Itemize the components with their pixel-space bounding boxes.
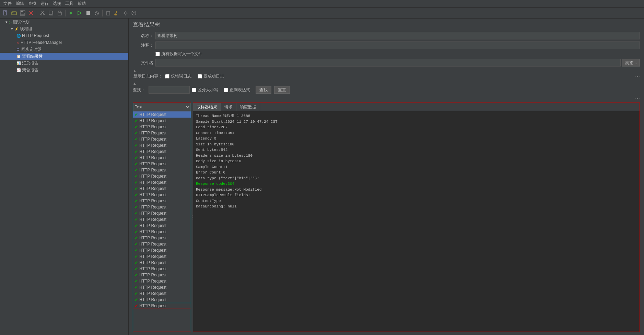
request-item[interactable]: ✔HTTP Request (133, 253, 191, 260)
sidebar-item-sync-timer[interactable]: ⏱ 同步定时器 (0, 46, 128, 53)
request-item[interactable]: ✔HTTP Request (133, 272, 191, 278)
case-sensitive-label[interactable]: 区分大小写 (192, 87, 218, 93)
request-item[interactable]: ✔HTTP Request (133, 198, 191, 204)
request-item[interactable]: ✔HTTP Request (133, 266, 191, 272)
tab-response-data[interactable]: 响应数据 (236, 103, 260, 111)
menu-run[interactable]: 运行 (38, 0, 51, 7)
paste-button[interactable] (56, 9, 64, 17)
green-check-icon: ✔ (134, 168, 138, 172)
svg-rect-3 (21, 11, 23, 12)
search-input[interactable] (149, 86, 190, 94)
timer-button[interactable] (93, 9, 101, 17)
menu-help[interactable]: 帮助 (75, 0, 88, 7)
filename-input[interactable] (155, 59, 621, 67)
request-item[interactable]: ✔HTTP Request (133, 130, 191, 136)
more-options-dots[interactable]: ⋯ (133, 96, 640, 101)
request-item[interactable]: ✔HTTP Request (133, 142, 191, 148)
menu-tools[interactable]: 工具 (63, 0, 75, 7)
request-item[interactable]: ✔HTTP Request (133, 173, 191, 179)
tab-sampler-result[interactable]: 取样器结果 (193, 103, 221, 111)
menu-options[interactable]: 选项 (51, 0, 63, 7)
run-button[interactable] (75, 9, 84, 17)
log-more-icon[interactable]: ⋯ (635, 74, 640, 79)
request-item[interactable]: ✔HTTP Request (133, 148, 191, 155)
sidebar-item-header-manager[interactable]: ✕ HTTP HeaderManager (0, 39, 128, 46)
request-item-label: HTTP Request (139, 199, 166, 203)
green-check-icon: ✔ (134, 297, 138, 302)
sidebar-item-thread-group[interactable]: ▾ ⚡ 线程组 (0, 25, 128, 32)
format-select[interactable]: Text RegExp Tester CSS/JQuery Tester XPa… (133, 103, 191, 111)
request-item[interactable]: ✔HTTP Request (133, 290, 191, 297)
request-item[interactable]: ✔HTTP Request (133, 223, 191, 229)
log-options-row: 显示日志内容： 仅错误日志 仅成功日志 ⋯ (133, 73, 640, 79)
request-item[interactable]: ✔HTTP Request (133, 192, 191, 198)
menu-file[interactable]: 文件 (1, 0, 14, 7)
sidebar-item-test-plan[interactable]: ▾ ▷ 测试计划 (0, 19, 128, 25)
thread-group-label: 线程组 (20, 26, 32, 32)
request-item[interactable]: ✔HTTP Request (133, 155, 191, 161)
request-item[interactable]: ✔HTTP Request (133, 303, 191, 309)
request-item[interactable]: ✔HTTP Request (133, 111, 191, 118)
write-all-checkbox[interactable] (155, 52, 160, 56)
request-item[interactable]: ✔HTTP Request (133, 297, 191, 303)
new-button[interactable] (1, 9, 10, 17)
panel-title: 查看结果树 (133, 21, 640, 28)
request-item[interactable]: ✔HTTP Request (133, 210, 191, 216)
request-item[interactable]: ✔HTTP Request (133, 204, 191, 210)
error-log-checkbox[interactable] (165, 74, 169, 79)
open-button[interactable] (10, 9, 18, 17)
green-check-icon: ✔ (134, 174, 138, 179)
request-item[interactable]: ✔HTTP Request (133, 118, 191, 124)
help-button[interactable]: ? (130, 9, 138, 17)
toolbar: ? (0, 8, 644, 19)
collapse-options-icon[interactable]: ▲ (133, 81, 137, 85)
regex-checkbox[interactable] (224, 88, 228, 92)
menubar: 文件 编辑 查找 运行 选项 工具 帮助 (0, 0, 644, 8)
expand-options-icon[interactable]: ▲ (133, 69, 137, 73)
clear-button[interactable] (104, 9, 112, 17)
menu-find[interactable]: 查找 (26, 0, 38, 7)
settings-button[interactable] (121, 9, 129, 17)
comment-input[interactable] (155, 41, 640, 49)
request-item[interactable]: ✔HTTP Request (133, 186, 191, 192)
save-button[interactable] (19, 9, 27, 17)
stop-button[interactable] (84, 9, 92, 17)
reset-button[interactable]: 重置 (274, 86, 290, 94)
green-check-icon: ✔ (134, 112, 138, 117)
sidebar-item-aggregate[interactable]: 📊 汇总报告 (0, 60, 128, 67)
request-item[interactable]: ✔HTTP Request (133, 278, 191, 284)
expand-button[interactable] (67, 9, 75, 17)
browse-button[interactable]: 浏览... (622, 59, 640, 67)
request-item[interactable]: ✔HTTP Request (133, 229, 191, 235)
error-log-label[interactable]: 仅错误日志 (165, 73, 191, 79)
request-item[interactable]: ✔HTTP Request (133, 247, 191, 253)
success-log-label[interactable]: 仅成功日志 (198, 73, 224, 79)
close-button[interactable] (27, 9, 35, 17)
request-item[interactable]: ✔HTTP Request (133, 241, 191, 247)
sidebar-item-http-request[interactable]: 🌐 HTTP Request (0, 32, 128, 39)
success-log-checkbox[interactable] (198, 74, 202, 79)
write-all-label[interactable]: 所有数据写入一个文件 (155, 51, 202, 57)
sidebar-item-view-result-tree[interactable]: 📋 查看结果树 (0, 53, 128, 60)
request-item[interactable]: ✔HTTP Request (133, 235, 191, 241)
menu-edit[interactable]: 编辑 (14, 0, 26, 7)
search-row: 查找： 区分大小写 正则表达式 查找 重置 (133, 86, 640, 94)
copy-button[interactable] (47, 9, 55, 17)
name-input[interactable] (155, 32, 640, 39)
cut-button[interactable] (38, 9, 47, 17)
request-item[interactable]: ✔HTTP Request (133, 284, 191, 290)
search-button[interactable]: 查找 (256, 86, 271, 94)
tab-request[interactable]: 请求 (221, 103, 236, 111)
sidebar-item-summary[interactable]: 📈 聚合报告 (0, 67, 128, 73)
broom-button[interactable] (113, 9, 121, 17)
request-item[interactable]: ✔HTTP Request (133, 216, 191, 223)
request-item[interactable]: ✔HTTP Request (133, 124, 191, 130)
regex-label[interactable]: 正则表达式 (224, 87, 250, 93)
request-item[interactable]: ✔HTTP Request (133, 260, 191, 266)
request-item[interactable]: ✔HTTP Request (133, 136, 191, 142)
request-item[interactable]: ✔HTTP Request (133, 179, 191, 186)
case-sensitive-checkbox[interactable] (192, 88, 196, 92)
request-item[interactable]: ✔HTTP Request (133, 167, 191, 173)
green-check-icon: ✔ (134, 192, 138, 197)
request-item[interactable]: ✔HTTP Request (133, 161, 191, 167)
